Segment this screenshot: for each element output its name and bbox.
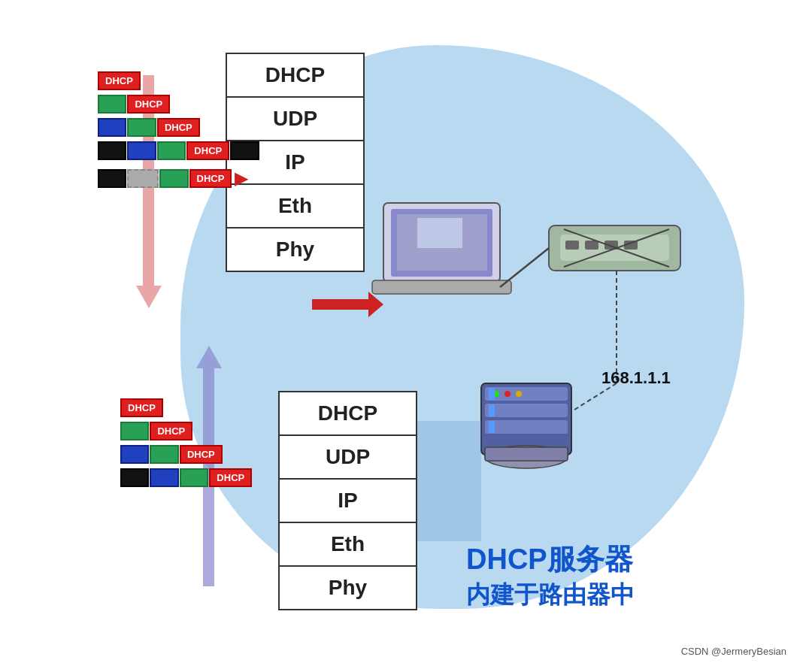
stack-bottom-eth: Eth	[280, 523, 416, 567]
stack-top-phy: Phy	[227, 229, 363, 271]
pkt-top-l3-ip	[98, 118, 126, 137]
pkt-top-l3-dhcp: DHCP	[157, 118, 200, 137]
pkt-bot-l3-udp	[150, 445, 178, 464]
stack-bottom-ip: IP	[280, 480, 416, 523]
stack-top-eth: Eth	[227, 185, 363, 229]
pkt-bot-l4-udp	[180, 468, 208, 487]
dhcp-server-line1: DHCP服务器	[466, 540, 635, 579]
protocol-stack-bottom: DHCP UDP IP Eth Phy	[278, 391, 417, 610]
stack-bottom-udp: UDP	[280, 436, 416, 480]
dhcp-server-description: DHCP服务器 内建于路由器中	[466, 540, 635, 612]
pkt-tx-dhcp: DHCP	[189, 169, 232, 188]
pkt-top-l4-eth	[98, 141, 126, 160]
pkt-bot-l2-dhcp: DHCP	[150, 422, 192, 440]
pkt-bot-l1-dhcp: DHCP	[120, 398, 163, 417]
pkt-top-l3-udp	[127, 118, 156, 137]
pkt-top-l4-dhcp: DHCP	[186, 141, 229, 160]
pkt-top-l4-ip	[127, 141, 156, 160]
pkt-bot-l4-dhcp: DHCP	[209, 468, 252, 487]
pkt-tx-udp	[159, 169, 188, 188]
pkt-top-l2-dhcp: DHCP	[127, 95, 170, 114]
arrow-right-icon: ▶	[235, 168, 248, 189]
pkt-bot-l4-eth	[120, 468, 149, 487]
dhcp-server-line2: 内建于路由器中	[466, 579, 635, 612]
pkt-bot-l4-ip	[150, 468, 178, 487]
pkt-bot-l3-dhcp: DHCP	[180, 445, 223, 464]
packet-stack-bottom: DHCP DHCP DHCP DHCP	[120, 398, 252, 492]
pkt-bot-l3-ip	[120, 445, 149, 464]
stack-bottom-dhcp: DHCP	[280, 392, 416, 436]
pkt-top-l4-udp	[157, 141, 186, 160]
attribution-text: CSDN @JermeryBesian	[681, 646, 786, 657]
pkt-top-l1-dhcp: DHCP	[98, 71, 141, 90]
pkt-top-l2-udp	[98, 95, 126, 114]
pkt-bot-l2-udp	[120, 422, 149, 440]
pkt-top-l4-fcs	[230, 141, 259, 160]
packet-stack-top: DHCP DHCP DHCP DHCP DHCP ▶	[98, 71, 259, 189]
pkt-tx-eth	[98, 169, 126, 188]
stack-bottom-phy: Phy	[280, 567, 416, 609]
ip-address-label: 168.1.1.1	[601, 368, 671, 388]
pkt-tx-mid	[127, 169, 159, 188]
